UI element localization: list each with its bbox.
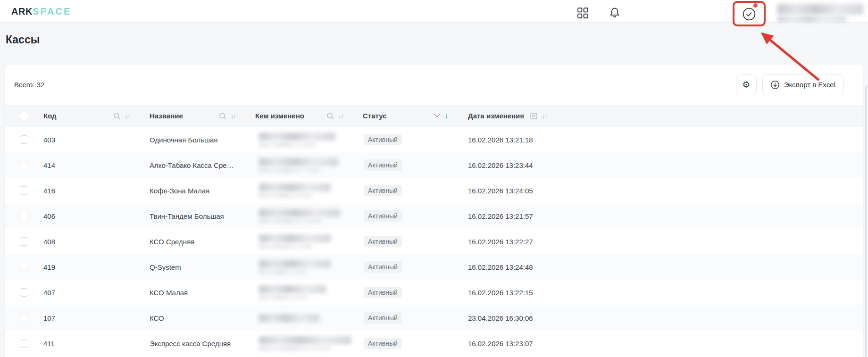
status-filter-chevron-icon[interactable] <box>434 114 440 118</box>
cell-name: КСО Малая <box>150 289 255 297</box>
user-account[interactable] <box>777 4 863 22</box>
redacted-text-line <box>259 244 312 249</box>
redacted-text-line <box>259 346 330 350</box>
row-checkbox[interactable] <box>20 339 28 348</box>
cell-date: 16.02.2026 13:24:48 <box>468 263 624 271</box>
vertical-scrollbar[interactable] <box>865 86 867 357</box>
cell-date: 16.02.2026 13:23:44 <box>468 161 624 169</box>
table-row[interactable]: 408 КСО Средняя Активный 16.02.2026 13:2… <box>5 229 863 254</box>
cell-changed-by-redacted <box>255 314 363 322</box>
code-search-icon[interactable] <box>113 112 121 120</box>
bell-icon <box>609 6 621 19</box>
cell-date: 23.04.2026 16:30:06 <box>468 314 624 322</box>
changed-by-search-icon[interactable] <box>326 112 334 120</box>
redacted-text-line <box>259 183 331 191</box>
check-circle-icon <box>742 7 756 21</box>
table-row[interactable]: 419 Q-System Активный 16.02.2026 13:24:4… <box>5 254 863 280</box>
row-checkbox[interactable] <box>20 161 28 169</box>
cell-code: 411 <box>43 340 150 348</box>
cell-status: Активный <box>363 134 468 145</box>
redacted-text-line <box>259 295 307 299</box>
download-icon <box>770 80 780 90</box>
table-row[interactable]: 416 Кофе-Зона Малая Активный 16.02.2026 … <box>5 178 863 203</box>
redacted-text-line <box>259 142 316 147</box>
redacted-text-line <box>259 234 331 242</box>
table-row[interactable]: 407 КСО Малая Активный 16.02.2026 13:22:… <box>5 280 863 305</box>
row-checkbox[interactable] <box>20 314 28 322</box>
redacted-text-line <box>259 285 326 293</box>
row-checkbox[interactable] <box>20 263 28 271</box>
cell-date: 16.02.2026 13:21:18 <box>468 136 624 144</box>
cell-status: Активный <box>363 338 468 349</box>
row-checkbox[interactable] <box>20 288 28 297</box>
row-checkbox[interactable] <box>20 212 28 220</box>
cell-status: Активный <box>363 312 468 324</box>
name-search-icon[interactable] <box>219 112 226 120</box>
table-row[interactable]: 107 КСО Активный 23.04.2026 16:30:06 <box>5 305 863 331</box>
redacted-text-line <box>259 133 335 141</box>
cell-status: Активный <box>363 159 468 171</box>
cell-date: 16.02.2026 13:23:07 <box>468 340 624 348</box>
cell-name: Q-System <box>150 263 255 271</box>
cell-status: Активный <box>363 185 468 196</box>
cell-changed-by-redacted <box>255 183 363 198</box>
cell-changed-by-redacted <box>255 285 363 299</box>
cell-date: 16.02.2026 13:21:57 <box>468 212 624 220</box>
redacted-text-line <box>259 168 319 172</box>
redacted-text-line <box>259 336 351 344</box>
redacted-text-line <box>259 270 305 274</box>
export-excel-button[interactable]: Экспорт в Excel <box>762 75 843 95</box>
total-count-label: Всего: 32 <box>14 81 44 89</box>
cell-date: 16.02.2026 13:24:05 <box>468 187 624 195</box>
status-badge: Активный <box>364 185 402 196</box>
date-filter-icon[interactable] <box>530 112 538 120</box>
row-checkbox[interactable] <box>20 186 28 195</box>
cell-changed-by-redacted <box>255 260 363 274</box>
code-sort-icon[interactable]: ↓↑ <box>125 112 130 120</box>
changed-by-sort-icon[interactable]: ↓↑ <box>338 112 343 120</box>
cell-name: Одиночная Большая <box>150 136 255 144</box>
table-settings-button[interactable]: ⚙ <box>736 75 757 95</box>
cell-status: Активный <box>363 287 468 298</box>
row-checkbox[interactable] <box>20 237 28 246</box>
cell-status: Активный <box>363 236 468 247</box>
notifications-button[interactable] <box>608 6 621 20</box>
col-header-name: Название <box>150 112 183 120</box>
topbar: ARKSPACE <box>0 0 868 23</box>
cell-code: 416 <box>43 187 150 195</box>
export-excel-label: Экспорт в Excel <box>784 81 835 89</box>
row-checkbox[interactable] <box>20 135 28 144</box>
redacted-text-line <box>259 260 331 268</box>
grid-icon <box>577 7 589 19</box>
cell-name: Алко-Табако Касса Сре… <box>150 161 255 169</box>
col-header-code: Код <box>43 112 57 120</box>
logo-primary: ARK <box>11 6 33 17</box>
table-row[interactable]: 414 Алко-Табако Касса Сре… Активный 16.0… <box>5 152 863 178</box>
cell-changed-by-redacted <box>255 234 363 249</box>
status-badge: Активный <box>364 134 402 145</box>
cell-status: Активный <box>363 261 468 273</box>
select-all-checkbox[interactable] <box>20 112 28 120</box>
table-header: Код ↓↑ Название ↓↑ Кем изменено <box>5 105 863 127</box>
apps-grid-button[interactable] <box>576 6 589 19</box>
content-panel: Всего: 32 ⚙ Экспорт в Excel Код <box>5 65 863 357</box>
cell-name: Экспресс касса Средняя <box>150 340 255 348</box>
status-badge: Активный <box>364 287 402 298</box>
table-row[interactable]: 403 Одиночная Большая Активный 16.02.202… <box>5 127 863 152</box>
table-row[interactable]: 406 Твин-Тандем Большая Активный 16.02.2… <box>5 203 863 229</box>
cell-changed-by-redacted <box>255 336 363 350</box>
cell-code: 407 <box>43 289 150 297</box>
status-sort-active-icon[interactable]: ↓ <box>444 112 448 120</box>
col-header-changed-by: Кем изменено <box>255 112 304 120</box>
table-row[interactable]: 411 Экспресс касса Средняя Активный 16.0… <box>5 331 863 356</box>
page-title: Кассы <box>6 33 40 46</box>
date-sort-icon[interactable]: ↓↑ <box>542 112 547 120</box>
tasks-button[interactable] <box>742 7 756 21</box>
status-badge: Активный <box>364 159 402 171</box>
notification-dot <box>753 3 758 8</box>
app-logo: ARKSPACE <box>11 5 71 17</box>
status-badge: Активный <box>364 210 402 222</box>
cell-date: 16.02.2026 13:22:15 <box>468 289 624 297</box>
name-sort-icon[interactable]: ↓↑ <box>231 112 235 120</box>
cell-code: 403 <box>43 136 150 144</box>
